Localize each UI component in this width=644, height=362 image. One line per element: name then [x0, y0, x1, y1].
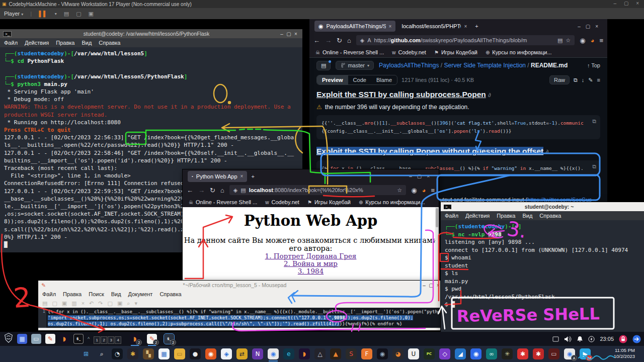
color-app-icon[interactable]: ✱ [127, 348, 138, 359]
bookmark[interactable]: ⊕Курсы по информаци... [359, 199, 425, 205]
fullscreen-icon[interactable]: ▢ [76, 11, 81, 17]
menu-item[interactable]: Файл [4, 40, 18, 46]
branch-selector[interactable]: master▾ [336, 61, 374, 70]
pycharm-icon[interactable]: PC [424, 348, 435, 359]
gear-red-1-icon[interactable]: ✱ [517, 348, 528, 359]
pocket-icon[interactable]: ◉ [411, 187, 417, 194]
camtasia-icon[interactable]: ∞ [486, 348, 497, 359]
menu-item[interactable]: Файл [445, 213, 458, 219]
send-keys-icon[interactable]: ▤ [64, 11, 69, 17]
breadcrumb-folder[interactable]: Server Side Template Injection [444, 62, 526, 69]
reload-icon[interactable]: ↻ [337, 37, 342, 44]
copy-icon[interactable]: ⧉ [574, 77, 578, 83]
hamburger-menu-icon[interactable]: ≡ [599, 37, 603, 44]
obs-icon[interactable]: ◉ [377, 348, 388, 359]
bookmark[interactable]: ⚑Игры Кодебай [434, 49, 477, 55]
wasp-app-icon[interactable]: ✳ [502, 348, 513, 359]
menu-item[interactable]: ▢ [52, 300, 57, 307]
new-tab-button[interactable]: + [475, 23, 478, 29]
home-icon[interactable]: ⌂ [220, 187, 224, 194]
menu-item[interactable]: Вид [522, 213, 532, 219]
firefox-icon[interactable]: ◗ [299, 348, 310, 359]
menu-item[interactable]: ↶ [89, 300, 94, 307]
tab-close-icon[interactable]: × [240, 173, 244, 179]
raw-button[interactable]: Raw [549, 75, 570, 84]
volume-icon[interactable] [564, 336, 572, 342]
window-tray-icon[interactable] [552, 336, 559, 342]
start-icon[interactable]: ⊞ [80, 348, 92, 359]
mousepad-titlebar[interactable]: ✎ *~/Рабочий стол/tmp_lesson_5 - Mousepa… [38, 281, 445, 290]
menu-item[interactable]: Правка [497, 213, 515, 219]
tab-blame[interactable]: Blame [371, 75, 397, 84]
menu-item[interactable]: Вид [82, 40, 92, 46]
bookmark[interactable]: ⚑Игры Кодебай [307, 199, 351, 205]
clock[interactable]: 23:05 [600, 336, 614, 342]
onenote-icon[interactable]: N [252, 348, 263, 359]
bookmark-star-icon[interactable]: ☆ [397, 187, 402, 194]
book-link-3[interactable]: 3. 1984 [183, 267, 439, 275]
copy-code-icon[interactable]: ⧉ [592, 118, 596, 125]
menu-item[interactable]: ▣ [62, 300, 67, 307]
menu-item[interactable]: Справка [99, 40, 120, 46]
file-explorer-icon[interactable]: ▭ [174, 348, 185, 359]
search-icon[interactable]: ⌕ [96, 348, 107, 359]
heading-subprocess-popen[interactable]: Exploit the SSTI by calling subprocess.P… [316, 90, 486, 99]
telegram-icon[interactable]: ▶34 [580, 348, 591, 359]
menu-item[interactable]: Справка [539, 213, 561, 219]
gear-red-2-icon[interactable]: ✱ [533, 348, 544, 359]
calendar-icon[interactable]: ▦ [158, 348, 170, 359]
menu-item[interactable]: Действия [25, 40, 49, 46]
power-manager-icon[interactable] [588, 336, 595, 342]
menu-item[interactable]: Документ [128, 291, 153, 297]
windows-clock[interactable]: 11:05 PM 10/2/2023 [614, 347, 635, 359]
new-tab-button[interactable]: + [251, 173, 254, 179]
mousepad-editor[interactable]: 1 {% for x in ().__class__.__base__.__su… [38, 308, 445, 328]
kali-menu-icon[interactable] [3, 332, 14, 345]
notification-bell-icon[interactable] [577, 336, 583, 342]
chrome-icon[interactable]: ◉ [268, 348, 279, 359]
notion-icon[interactable]: ● [190, 348, 201, 359]
visual-studio-icon[interactable]: ◇ [439, 348, 450, 359]
window-controls[interactable]: –▢× [578, 24, 603, 29]
back-icon[interactable]: ← [187, 187, 193, 194]
menu-item[interactable]: ▥ [71, 300, 76, 307]
firefox-icon[interactable]: ◗ [59, 334, 69, 344]
media-app-icon[interactable]: ▭ [548, 348, 559, 359]
menu-item[interactable]: ↷ [98, 300, 103, 307]
mousepad-icon[interactable]: ✎ [45, 334, 55, 344]
menu-item[interactable]: Справка [159, 291, 181, 297]
forward-icon[interactable]: → [198, 187, 205, 194]
book-link-1[interactable]: 1. Портрет Дориана Грея [183, 252, 439, 260]
terminal-output[interactable]: ┌──(student⊛codeby)-[~]└─$ nc -nvlp 9898… [441, 220, 644, 332]
tab-python-web-app[interactable]: • Python Web App× [188, 171, 247, 182]
reader-icon[interactable]: ▤ [557, 37, 562, 44]
file-tree-icon[interactable]: ▤ [316, 61, 331, 70]
vmware-window-controls[interactable]: – ▢ × [614, 1, 642, 6]
terminal-icon[interactable]: $_ [73, 334, 84, 344]
code-block-subprocess[interactable]: {{''.__class__.mro()[1].__subclasses__()… [316, 115, 600, 139]
tab-localhost-phptwig[interactable]: localhost/lesson5/PHPTwig/i× [397, 21, 471, 32]
close-icon[interactable]: × [292, 31, 299, 37]
virtualbox-icon[interactable]: ◈ [221, 348, 232, 359]
url-bar[interactable]: ◈ ▤ localhost:8080/index?book={%%20for%2… [229, 185, 406, 195]
edge-icon[interactable]: e [283, 348, 294, 359]
menu-item[interactable]: Файл [42, 291, 56, 297]
anydesk-icon[interactable]: ◉ [470, 348, 481, 359]
firefox-window-icon[interactable]: ◗2 [130, 334, 140, 344]
extension-icon[interactable]: ◕ [422, 187, 426, 194]
menu-item[interactable]: ▤ [42, 300, 47, 307]
mousepad-window-icon[interactable]: ✎2 [147, 334, 157, 344]
pause-button[interactable]: ▌▌ [39, 11, 48, 17]
maximize-icon[interactable]: ▢ [428, 283, 435, 288]
minimize-icon[interactable]: – [421, 283, 428, 288]
menu-item[interactable]: 4 [115, 336, 121, 344]
menu-item[interactable]: ▾ [134, 300, 137, 307]
maximize-icon[interactable]: ▢ [285, 31, 292, 37]
reload-icon[interactable]: ↻ [210, 187, 215, 194]
menu-item[interactable]: ▣ [117, 300, 122, 307]
folder-icon[interactable]: ▭ [31, 334, 41, 344]
bookmark[interactable]: ☠Online - Reverse Shell ... [189, 199, 257, 205]
blender-icon[interactable]: ◕ [392, 348, 404, 359]
tracking-shield-icon[interactable]: ◈ [233, 187, 237, 194]
menu-item[interactable]: Вид [111, 291, 121, 297]
